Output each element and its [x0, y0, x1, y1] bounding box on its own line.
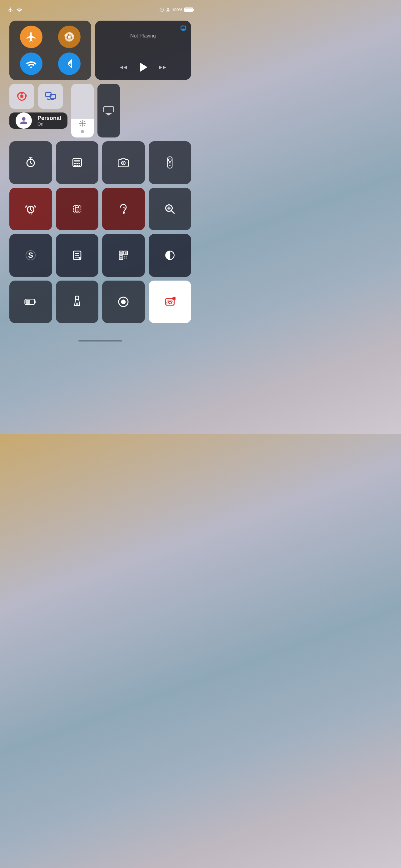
- svg-rect-28: [169, 165, 170, 166]
- airplay-large-icon: [103, 105, 114, 117]
- icon-grid-2: [9, 188, 191, 230]
- svg-rect-14: [74, 163, 76, 165]
- hearing-icon: [119, 204, 128, 215]
- person-icon: [166, 7, 170, 12]
- svg-rect-43: [120, 257, 122, 259]
- screen-record-icon: [118, 296, 129, 307]
- left-section: Personal On: [9, 84, 67, 129]
- qr-scanner-button[interactable]: [102, 234, 145, 277]
- hotspot-person-icon: [20, 116, 28, 125]
- status-right: 100%: [160, 7, 193, 12]
- airplane-mode-button[interactable]: [20, 26, 42, 48]
- hotspot-text: Personal On: [37, 115, 61, 127]
- cellular-button[interactable]: [58, 26, 80, 48]
- media-player: Not Playing: [95, 21, 191, 80]
- lock-note-button[interactable]: [56, 188, 99, 230]
- dark-mode-icon: [164, 250, 175, 261]
- lock-note-icon: [71, 204, 83, 215]
- play-button[interactable]: [138, 62, 148, 75]
- hotspot-avatar: [15, 113, 32, 129]
- slider-col: [71, 84, 120, 137]
- svg-text:S: S: [28, 251, 33, 259]
- svg-rect-24: [169, 162, 170, 163]
- bluetooth-icon: [65, 58, 74, 69]
- castbox-button[interactable]: [149, 281, 192, 323]
- timer-button[interactable]: [9, 141, 52, 184]
- alarm-button[interactable]: [9, 188, 52, 230]
- hotspot-name: Personal: [37, 115, 61, 122]
- castbox-icon: [164, 296, 175, 307]
- svg-rect-48: [75, 296, 79, 299]
- svg-point-23: [168, 159, 171, 161]
- svg-rect-25: [169, 164, 170, 164]
- connectivity-block: [9, 21, 91, 80]
- qr-scanner-icon: [118, 250, 129, 261]
- media-controls: [100, 62, 186, 75]
- svg-rect-47: [35, 300, 36, 303]
- airplane-icon: [7, 7, 13, 12]
- shazam-button[interactable]: S: [9, 234, 52, 277]
- svg-rect-16: [78, 163, 80, 165]
- battery-widget-icon: [24, 299, 37, 305]
- shazam-icon: S: [25, 250, 36, 261]
- sun-icon: [79, 120, 86, 127]
- screen-mirror-button[interactable]: [38, 84, 63, 109]
- svg-point-21: [123, 162, 124, 164]
- bluetooth-button[interactable]: [58, 53, 80, 75]
- svg-rect-17: [74, 165, 76, 166]
- svg-rect-27: [170, 163, 171, 164]
- magnifier-icon: [164, 204, 175, 215]
- svg-rect-13: [74, 160, 80, 161]
- rotation-lock-button[interactable]: [9, 84, 34, 109]
- svg-point-3: [30, 67, 32, 68]
- svg-point-10: [81, 122, 83, 124]
- icon-grid-4: [9, 281, 191, 323]
- airplane-conn-icon: [26, 31, 37, 42]
- flashlight-icon: [73, 296, 81, 308]
- screen-time-icon: [160, 7, 164, 12]
- calculator-button[interactable]: [56, 141, 99, 184]
- svg-rect-18: [76, 165, 78, 166]
- battery-percentage: 100%: [172, 7, 182, 12]
- personal-hotspot-button[interactable]: Personal On: [9, 113, 67, 129]
- rewind-button[interactable]: [119, 64, 128, 73]
- svg-rect-19: [78, 165, 80, 166]
- home-indicator[interactable]: [78, 340, 122, 342]
- dark-mode-button[interactable]: [149, 234, 192, 277]
- brightness-slider[interactable]: [71, 84, 94, 137]
- hearing-button[interactable]: [102, 188, 145, 230]
- status-left: [7, 7, 23, 12]
- alarm-icon: [25, 204, 36, 215]
- row-connectivity-media: Not Playing: [9, 21, 191, 80]
- icon-grid-3: S: [9, 234, 191, 277]
- battery-button[interactable]: [9, 281, 52, 323]
- svg-rect-46: [26, 300, 30, 304]
- battery-icon: [184, 7, 193, 12]
- svg-rect-7: [20, 95, 24, 98]
- airplay-button[interactable]: [97, 84, 120, 137]
- calculator-icon: [71, 157, 83, 168]
- svg-point-54: [172, 297, 175, 300]
- svg-rect-15: [76, 163, 78, 165]
- svg-point-0: [19, 11, 20, 12]
- svg-point-53: [169, 303, 171, 305]
- icon-grid-1: [9, 141, 191, 184]
- svg-point-32: [76, 209, 78, 211]
- media-not-playing-label: Not Playing: [100, 33, 186, 39]
- control-center: Not Playing: [0, 18, 201, 333]
- fast-forward-button[interactable]: [158, 64, 167, 73]
- svg-rect-42: [125, 252, 127, 254]
- magnifier-button[interactable]: [149, 188, 192, 230]
- cellular-icon: [64, 31, 75, 42]
- camera-button[interactable]: [102, 141, 145, 184]
- screen-record-button[interactable]: [102, 281, 145, 323]
- svg-point-51: [121, 299, 126, 304]
- notes-button[interactable]: [56, 234, 99, 277]
- camera-icon: [118, 157, 129, 168]
- flashlight-button[interactable]: [56, 281, 99, 323]
- wifi-button[interactable]: [20, 53, 42, 75]
- svg-rect-26: [168, 163, 169, 164]
- row-mid: Personal On: [9, 84, 191, 137]
- media-airplay-icon[interactable]: [180, 24, 187, 33]
- apple-tv-remote-button[interactable]: [149, 141, 192, 184]
